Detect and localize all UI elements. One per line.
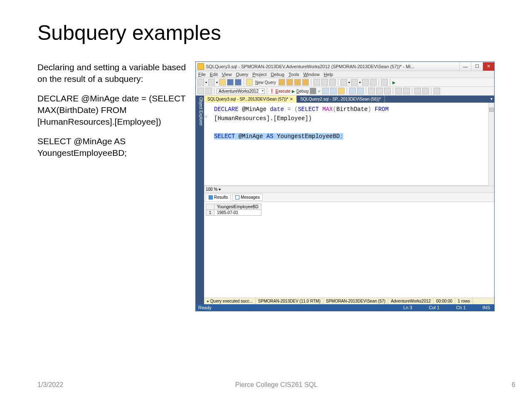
indent-icon[interactable] <box>414 88 421 94</box>
code-token: SELECT <box>214 133 235 140</box>
copy-icon[interactable] <box>321 79 328 86</box>
ide-status-bar: Ready Ln 3 Col 1 Ch 1 INS <box>196 304 494 311</box>
column-header[interactable]: YoungestEmployeeBD <box>214 204 261 210</box>
toolbar-icon[interactable] <box>403 88 410 94</box>
tab-results[interactable]: Results <box>206 194 231 201</box>
toolbar-icon[interactable] <box>381 79 388 86</box>
close-tab-icon[interactable]: ✕ <box>290 97 293 101</box>
minimize-button[interactable]: — <box>459 62 471 71</box>
execute-button[interactable]: ❗ Execute <box>269 89 291 94</box>
tab-label: Results <box>214 195 228 200</box>
table-row[interactable]: 1 1985-07-01 <box>206 210 261 216</box>
intro-text: Declaring and setting a variable based o… <box>37 62 187 85</box>
toolbar-icon[interactable] <box>395 88 402 94</box>
scrollbar-thumb[interactable] <box>489 108 494 112</box>
toolbar-icon[interactable] <box>362 79 369 86</box>
save-icon[interactable] <box>227 79 234 86</box>
tab-sqlquery2[interactable]: SQLQuery2.sql - SP...2013DEV\Sean (56))* <box>297 96 384 103</box>
zoom-bar: 100 % ▾ <box>204 186 494 193</box>
code-token: ; <box>340 133 343 140</box>
menu-view[interactable]: View <box>222 72 232 77</box>
redo-icon[interactable] <box>351 79 358 86</box>
code-token: BirthDate <box>336 106 368 113</box>
new-query-button[interactable]: New Query <box>254 80 277 85</box>
status-db: AdventureWorks2012 <box>388 298 433 304</box>
toolbar-main: ▾ ▾ New Query <box>196 78 494 87</box>
toolbar-icon[interactable] <box>368 88 375 94</box>
sql-editor[interactable]: ↕ DECLARE @MinAge date = (SELECT MAX(Bir… <box>204 103 494 186</box>
status-server: SPMORAN-2013DEV (11.0 RTM) <box>256 298 323 304</box>
play-icon[interactable]: ▶ <box>392 80 396 85</box>
open-icon[interactable] <box>219 79 226 86</box>
code-token: ( <box>294 106 298 113</box>
toolbar-icon[interactable] <box>370 79 377 86</box>
code-token: SELECT <box>298 106 319 113</box>
close-button[interactable]: ✕ <box>483 62 494 71</box>
menu-bar: File Edit View Query Project Debug Tools… <box>196 71 494 78</box>
debug-button[interactable]: Debug <box>296 89 308 94</box>
tab-messages[interactable]: Messages <box>232 194 263 201</box>
toolbar-icon[interactable] <box>302 79 309 86</box>
tab-overflow-icon[interactable]: ▾ <box>489 96 494 103</box>
cut-icon[interactable] <box>313 79 320 86</box>
toolbar-icon[interactable] <box>338 88 345 94</box>
toolbar-icon[interactable] <box>205 88 212 94</box>
save-all-icon[interactable] <box>235 79 241 86</box>
editor-scrollbar[interactable] <box>488 103 494 186</box>
ssms-window: SQLQuery3.sql - SPMORAN-2013DEV.Adventur… <box>195 62 495 311</box>
messages-icon <box>235 195 239 200</box>
toolbar-icon[interactable] <box>294 79 301 86</box>
toolbar-icon[interactable] <box>433 88 440 94</box>
paste-icon[interactable] <box>329 79 336 86</box>
result-tab-bar: Results Messages <box>204 193 494 202</box>
code-token: MAX <box>323 106 333 113</box>
app-icon <box>197 63 204 70</box>
status-time: 00:00:00 <box>433 298 455 304</box>
fold-icon[interactable]: ⊟ <box>205 114 207 120</box>
debug-arrow-icon[interactable]: ▶ <box>292 89 295 94</box>
menu-query[interactable]: Query <box>236 72 248 77</box>
toolbar-icon[interactable] <box>197 79 204 86</box>
results-grid[interactable]: YoungestEmployeeBD 1 1985-07-01 <box>204 202 494 298</box>
slide-body-text: Declaring and setting a variable based o… <box>37 62 187 311</box>
toolbar-icon[interactable] <box>384 88 391 94</box>
status-col: Col 1 <box>429 305 440 310</box>
window-titlebar[interactable]: SQLQuery3.sql - SPMORAN-2013DEV.Adventur… <box>196 62 494 71</box>
database-selector[interactable]: AdventureWorks2012 <box>217 89 265 94</box>
query-status-bar: ● Query executed succ... SPMORAN-2013DEV… <box>204 298 494 304</box>
menu-help[interactable]: Help <box>324 72 333 77</box>
zoom-level[interactable]: 100 % ▾ <box>206 187 221 192</box>
stop-icon[interactable] <box>310 88 316 94</box>
grid-icon <box>209 195 213 200</box>
toolbar-icon[interactable] <box>357 88 364 94</box>
status-ch: Ch 1 <box>456 305 466 310</box>
row-number: 1 <box>206 210 214 216</box>
toolbar-icon[interactable] <box>197 88 204 94</box>
cell-value: 1985-07-01 <box>214 210 261 216</box>
menu-file[interactable]: File <box>198 72 206 77</box>
toolbar-icon[interactable] <box>330 88 337 94</box>
code-token: [HumanResources].[Employee]) <box>208 115 312 122</box>
tab-sqlquery3[interactable]: SQLQuery3.sql - SP...2013DEV\Sean (57))*… <box>204 96 297 103</box>
toolbar-icon[interactable] <box>349 88 356 94</box>
tab-label: Messages <box>241 195 260 200</box>
row-header-blank <box>206 204 214 210</box>
slide-title: Subquery examples <box>37 21 495 45</box>
menu-debug[interactable]: Debug <box>271 72 284 77</box>
toolbar-icon[interactable] <box>286 79 293 86</box>
object-explorer-panel[interactable]: Object Explorer <box>196 96 204 304</box>
status-ready: Ready <box>198 305 212 310</box>
toolbar-icon[interactable] <box>376 88 383 94</box>
menu-edit[interactable]: Edit <box>210 72 218 77</box>
toolbar-icon[interactable] <box>208 79 215 86</box>
outdent-icon[interactable] <box>422 88 429 94</box>
menu-tools[interactable]: Tools <box>288 72 299 77</box>
toolbar-icon[interactable] <box>322 88 329 94</box>
maximize-button[interactable]: ☐ <box>471 62 483 71</box>
toolbar-icon[interactable] <box>278 79 285 86</box>
menu-project[interactable]: Project <box>252 72 266 77</box>
code-token: YoungestEmployeeBD <box>277 133 340 140</box>
undo-icon[interactable] <box>340 79 347 86</box>
new-query-icon[interactable] <box>246 79 253 86</box>
menu-window[interactable]: Window <box>303 72 320 77</box>
